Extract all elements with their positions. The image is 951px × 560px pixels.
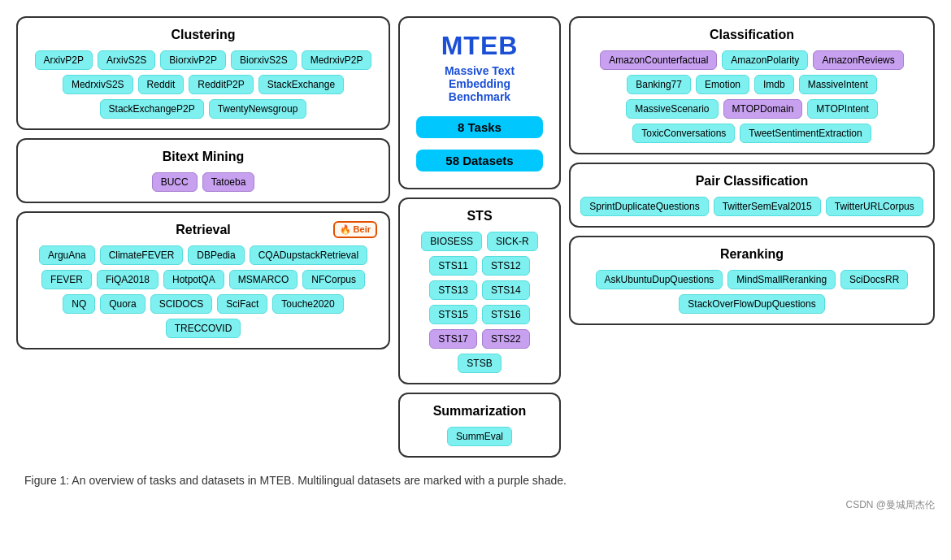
right-column: Classification AmazonCounterfactualAmazo… — [569, 16, 935, 325]
tag-toxicconversations: ToxicConversations — [632, 124, 735, 143]
classification-tags: AmazonCounterfactualAmazonPolarityAmazon… — [580, 50, 923, 143]
tag-mtopdomain: MTOPDomain — [723, 99, 803, 119]
tag-twitterurlcorpus: TwitterURLCorpus — [826, 197, 923, 216]
tag-mindsmallreranking: MindSmallReranking — [727, 270, 836, 289]
summarization-title: Summarization — [410, 404, 549, 419]
retrieval-box: Retrieval 🔥 Beir ArguAnaClimateFEVERDBPe… — [16, 211, 390, 349]
sts-box: STS BIOSESSSICK-RSTS11STS12STS13STS14STS… — [398, 198, 561, 384]
bitext-mining-title: Bitext Mining — [28, 150, 379, 164]
tag-twittersemeval2015: TwitterSemEval2015 — [714, 197, 821, 216]
summarization-tags: SummEval — [410, 427, 549, 446]
clustering-box: Clustering ArxivP2PArxivS2SBiorxivP2PBio… — [16, 16, 390, 130]
tag-massiveintent: MassiveIntent — [799, 75, 877, 94]
tag-sts12: STS12 — [482, 256, 530, 276]
tag-stackexchange: StackExchange — [258, 75, 344, 94]
tag-stsb: STSB — [458, 354, 501, 373]
tag-arguana: ArguAna — [39, 245, 95, 265]
tag-nq: NQ — [63, 294, 95, 314]
summarization-box: Summarization SummEval — [398, 393, 561, 458]
reranking-tags: AskUbuntuDupQuestionsMindSmallRerankingS… — [580, 270, 923, 314]
left-column: Clustering ArxivP2PArxivS2SBiorxivP2PBio… — [16, 16, 390, 349]
tag-medrxivs2s: MedrxivS2S — [63, 75, 133, 94]
center-sts-sum: STS BIOSESSSICK-RSTS11STS12STS13STS14STS… — [398, 198, 561, 458]
beir-icon: 🔥 — [340, 224, 351, 234]
tag-biosess: BIOSESS — [421, 232, 482, 251]
tag-massivescenario: MassiveScenario — [626, 99, 718, 119]
mteb-datasets-badge: 58 Datasets — [416, 150, 543, 171]
tag-sts14: STS14 — [482, 280, 530, 300]
tag-amazonreviews: AmazonReviews — [813, 50, 903, 70]
tag-askubuntudupquestions: AskUbuntuDupQuestions — [596, 270, 723, 289]
tag-biorxivs2s: BiorxivS2S — [231, 50, 297, 70]
tag-biorxivp2p: BiorxivP2P — [160, 50, 226, 70]
clustering-tags: ArxivP2PArxivS2SBiorxivP2PBiorxivS2SMedr… — [28, 50, 379, 119]
tag-medrxivp2p: MedrxivP2P — [302, 50, 372, 70]
clustering-title: Clustering — [28, 28, 379, 42]
tag-treccovid: TRECCOVID — [166, 319, 241, 338]
mteb-tasks-badge: 8 Tasks — [416, 116, 543, 138]
tag-emotion: Emotion — [696, 75, 749, 94]
classification-box: Classification AmazonCounterfactualAmazo… — [569, 16, 935, 154]
tag-amazoncounterfactual: AmazonCounterfactual — [600, 50, 717, 70]
tag-hotpotqa: HotpotQA — [163, 270, 224, 289]
sts-title: STS — [410, 209, 549, 224]
tag-dbpedia: DBPedia — [188, 245, 244, 265]
tag-fiqa2018: FiQA2018 — [97, 270, 158, 289]
tag-imdb: Imdb — [754, 75, 794, 94]
pair-classification-box: Pair Classification SprintDuplicateQuest… — [569, 163, 935, 228]
sts-tags: BIOSESSSICK-RSTS11STS12STS13STS14STS15ST… — [410, 232, 549, 373]
tag-sts13: STS13 — [429, 280, 477, 300]
tag-twentynewsgroup: TwentyNewsgroup — [209, 99, 307, 119]
tag-stackexchangep2p: StackExchangeP2P — [100, 99, 204, 119]
tag-sick-r: SICK-R — [487, 232, 538, 251]
tag-sts17: STS17 — [429, 329, 477, 349]
pair-classification-title: Pair Classification — [580, 174, 923, 189]
bitext-mining-box: Bitext Mining BUCCTatoeba — [16, 138, 390, 203]
tag-arxivp2p: ArxivP2P — [35, 50, 93, 70]
tag-bucc: BUCC — [152, 172, 198, 192]
tag-nfcorpus: NFCorpus — [302, 270, 365, 289]
main-container: Clustering ArxivP2PArxivS2SBiorxivP2PBio… — [16, 16, 935, 512]
beir-logo: 🔥 Beir — [333, 221, 377, 238]
tag-touche2020: Touche2020 — [272, 294, 343, 314]
figure-caption: Figure 1: An overview of tasks and datas… — [16, 474, 935, 487]
tag-tweetsentimentextraction: TweetSentimentExtraction — [740, 124, 871, 143]
tag-tatoeba: Tatoeba — [202, 172, 255, 192]
tag-climatefever: ClimateFEVER — [100, 245, 184, 265]
pair-classification-tags: SprintDuplicateQuestionsTwitterSemEval20… — [580, 197, 923, 216]
tag-fever: FEVER — [41, 270, 92, 289]
mteb-box: MTEB Massive TextEmbedding Benchmark 8 T… — [398, 16, 561, 189]
diagram-area: Clustering ArxivP2PArxivS2SBiorxivP2PBio… — [16, 16, 935, 458]
tag-redditp2p: RedditP2P — [189, 75, 253, 94]
tag-arxivs2s: ArxivS2S — [98, 50, 155, 70]
tag-stackoverflowdupquestions: StackOverFlowDupQuestions — [679, 294, 824, 314]
tag-sts22: STS22 — [482, 329, 530, 349]
tag-sprintduplicatequestions: SprintDuplicateQuestions — [580, 197, 708, 216]
tag-amazonpolarity: AmazonPolarity — [722, 50, 808, 70]
retrieval-title: Retrieval — [28, 223, 379, 237]
tag-sts11: STS11 — [429, 256, 477, 276]
tag-sts15: STS15 — [429, 305, 477, 324]
classification-title: Classification — [580, 28, 923, 42]
tag-cqadupstackretrieval: CQADupstackRetrieval — [250, 245, 367, 265]
retrieval-tags: ArguAnaClimateFEVERDBPediaCQADupstackRet… — [28, 245, 379, 338]
watermark: CSDN @曼城周杰伦 — [16, 498, 935, 512]
tag-msmarco: MSMARCO — [229, 270, 298, 289]
tag-summeval: SummEval — [447, 427, 512, 446]
reranking-box: Reranking AskUbuntuDupQuestionsMindSmall… — [569, 236, 935, 325]
tag-reddit: Reddit — [138, 75, 185, 94]
center-column: MTEB Massive TextEmbedding Benchmark 8 T… — [398, 16, 561, 458]
tag-scidocsrr: SciDocsRR — [840, 270, 908, 289]
tag-scifact: SciFact — [217, 294, 267, 314]
mteb-subtitle: Massive TextEmbedding Benchmark — [416, 64, 543, 103]
tag-banking77: Banking77 — [627, 75, 691, 94]
reranking-title: Reranking — [580, 247, 923, 262]
tag-mtopintent: MTOPIntent — [807, 99, 877, 119]
tag-scidocs: SCIDOCS — [150, 294, 213, 314]
tag-sts16: STS16 — [482, 305, 530, 324]
tag-quora: Quora — [100, 294, 145, 314]
bitext-mining-tags: BUCCTatoeba — [28, 172, 379, 192]
mteb-title: MTEB — [416, 31, 543, 61]
